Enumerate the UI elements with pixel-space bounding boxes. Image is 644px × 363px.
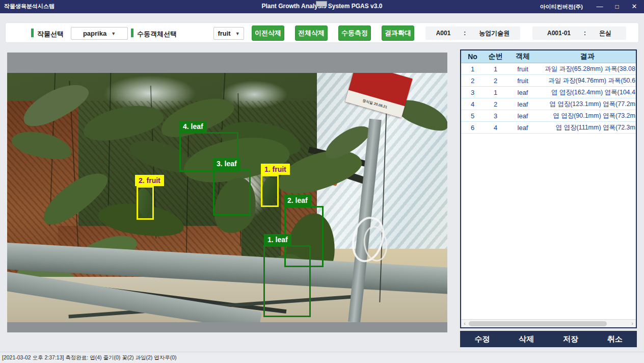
- house-info-box: A001-01 : 온실: [532, 27, 626, 40]
- horizontal-scrollbar[interactable]: ‹ ›: [461, 319, 636, 327]
- object-select-dropdown[interactable]: fruit ▼: [213, 27, 244, 40]
- scrollbar-thumb[interactable]: [469, 321, 607, 326]
- company-label: 아이티컨버전(주): [540, 3, 583, 11]
- status-text: [2021-03-02 오후 2:37:13] 측정완료: 엽(4) 줄기(0)…: [2, 354, 177, 360]
- annotation-label-fruit-2[interactable]: 2. fruit: [135, 175, 164, 186]
- cell-object: leaf: [507, 100, 539, 108]
- scroll-left-icon[interactable]: ‹: [461, 320, 468, 327]
- crop-select-dropdown[interactable]: paprika ▼: [71, 27, 128, 40]
- crop-select-value: paprika: [83, 30, 106, 37]
- table-row[interactable]: 2 2 fruit 과일 과장(94.76mm) 과폭(50.6: [461, 75, 636, 87]
- header-object: 객체: [507, 52, 539, 61]
- annotation-label-leaf-3[interactable]: 3. leaf: [213, 158, 240, 169]
- camera-image-viewer: 정식일 20.08.21 4. leaf 3. leaf 1. fruit 2.…: [7, 53, 447, 332]
- site-info-box: A001 : 농업기술원: [425, 27, 520, 40]
- annotation-box-leaf-3[interactable]: [213, 169, 251, 216]
- title-bar: 작물생육분석시스템 Plant Growth Analysis System P…: [0, 0, 644, 13]
- table-row[interactable]: 3 1 leaf 엽 엽장(162.4mm) 엽폭(104.4: [461, 87, 636, 98]
- caret-down-icon: ▼: [111, 31, 116, 36]
- house-separator: :: [584, 30, 586, 37]
- minimize-icon[interactable]: —: [592, 0, 607, 13]
- cell-object: fruit: [507, 65, 539, 73]
- annotation-label-leaf-4[interactable]: 4. leaf: [179, 121, 207, 132]
- annotation-box-leaf-1[interactable]: [263, 245, 311, 317]
- crop-select-label: 작물선택: [37, 30, 64, 39]
- site-name: 농업기술원: [479, 29, 509, 38]
- edit-button[interactable]: 수정: [460, 331, 504, 347]
- header-no: No: [461, 53, 484, 61]
- delete-all-button[interactable]: 전체삭제: [295, 25, 328, 41]
- cell-seq: 1: [484, 65, 507, 73]
- annotation-label-leaf-2[interactable]: 2. leaf: [284, 195, 311, 206]
- house-code: A001-01: [547, 30, 571, 37]
- save-button[interactable]: 저장: [549, 331, 593, 347]
- cancel-button[interactable]: 취소: [593, 331, 637, 347]
- crop-select-tick: [31, 29, 34, 37]
- table-row[interactable]: 4 2 leaf 엽 엽장(123.1mm) 엽폭(77.2m: [461, 98, 636, 110]
- close-icon[interactable]: ✕: [627, 0, 642, 13]
- cell-seq: 2: [484, 77, 507, 85]
- house-name: 온실: [599, 29, 611, 38]
- cell-result: 엽 엽장(90.1mm) 엽폭(73.2m: [539, 112, 636, 120]
- cell-object: leaf: [507, 89, 539, 96]
- cell-result: 과일 과장(65.28mm) 과폭(38.08: [539, 65, 636, 73]
- cell-no: 3: [461, 89, 484, 96]
- cell-result: 엽 엽장(162.4mm) 엽폭(104.4: [539, 88, 636, 97]
- results-table: No 순번 객체 결과 1 1 fruit 과일 과장(65.28mm) 과폭(…: [460, 49, 637, 328]
- result-zoom-button[interactable]: 결과확대: [382, 25, 414, 41]
- header-seq: 순번: [484, 52, 507, 61]
- results-panel: No 순번 객체 결과 1 1 fruit 과일 과장(65.28mm) 과폭(…: [460, 49, 637, 347]
- cell-object: leaf: [507, 112, 539, 120]
- annotation-box-fruit-1[interactable]: [261, 175, 279, 207]
- cell-object: fruit: [507, 77, 539, 85]
- object-select-value: fruit: [218, 30, 230, 37]
- delete-previous-button[interactable]: 이전삭제: [252, 25, 284, 41]
- status-bar: [2021-03-02 오후 2:37:13] 측정완료: 엽(4) 줄기(0)…: [0, 352, 644, 363]
- cell-seq: 1: [484, 89, 507, 96]
- table-empty-area: [461, 134, 636, 319]
- annotation-label-leaf-1[interactable]: 1. leaf: [264, 234, 291, 245]
- cell-no: 4: [461, 100, 484, 108]
- cell-seq: 3: [484, 112, 507, 120]
- cell-no: 6: [461, 124, 484, 132]
- table-row[interactable]: 5 3 leaf 엽 엽장(90.1mm) 엽폭(73.2m: [461, 110, 636, 122]
- cell-object: leaf: [507, 124, 539, 132]
- maximize-icon[interactable]: □: [609, 0, 625, 13]
- cell-seq: 4: [484, 124, 507, 132]
- caret-down-icon: ▼: [235, 31, 240, 36]
- site-separator: :: [464, 30, 466, 37]
- table-row[interactable]: 6 4 leaf 엽 엽장(111mm) 엽폭(72.3m: [461, 122, 636, 134]
- cell-seq: 2: [484, 100, 507, 108]
- scroll-right-icon[interactable]: ›: [629, 320, 636, 327]
- manual-object-tick: [131, 29, 133, 37]
- annotation-box-fruit-2[interactable]: [137, 186, 154, 220]
- action-bar: 수정 삭제 저장 취소: [460, 331, 637, 347]
- manual-object-label: 수동객체선택: [137, 30, 177, 39]
- toolbar: 작물선택 paprika ▼ 수동객체선택 fruit ▼ 이전삭제 전체삭제 …: [5, 22, 639, 43]
- title-badge-icon: [316, 1, 327, 7]
- table-row[interactable]: 1 1 fruit 과일 과장(65.28mm) 과폭(38.08: [461, 63, 636, 75]
- cell-result: 엽 엽장(123.1mm) 엽폭(77.2m: [539, 100, 636, 109]
- cell-result: 엽 엽장(111mm) 엽폭(72.3m: [539, 123, 636, 132]
- cell-no: 1: [461, 65, 484, 73]
- cell-no: 5: [461, 112, 484, 120]
- cell-result: 과일 과장(94.76mm) 과폭(50.6: [539, 76, 636, 85]
- site-code: A001: [436, 30, 451, 37]
- manual-measure-button[interactable]: 수동측정: [338, 25, 371, 41]
- cell-no: 2: [461, 77, 484, 85]
- table-header: No 순번 객체 결과: [461, 50, 636, 63]
- header-result: 결과: [539, 52, 636, 61]
- delete-button[interactable]: 삭제: [504, 331, 549, 347]
- scrollbar-track[interactable]: [468, 321, 629, 327]
- annotation-label-fruit-1[interactable]: 1. fruit: [261, 164, 290, 175]
